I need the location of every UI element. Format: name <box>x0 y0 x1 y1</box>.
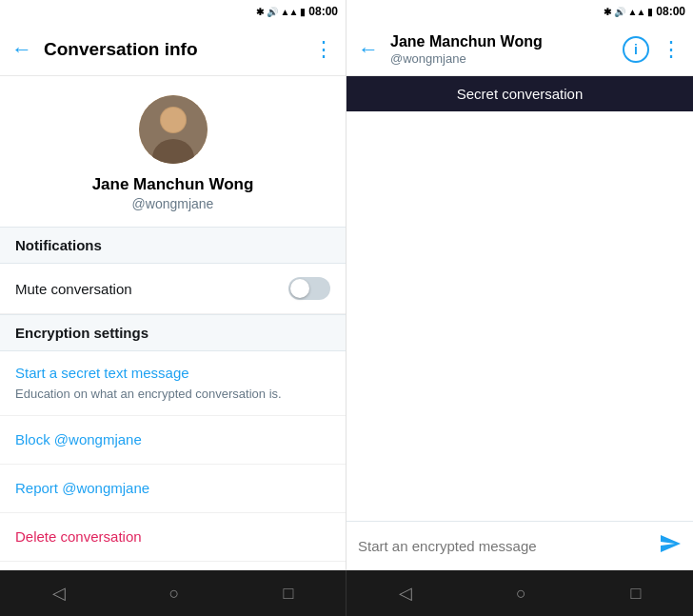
left-nav-home-button[interactable]: ○ <box>150 576 199 611</box>
send-icon <box>659 532 682 555</box>
mute-conversation-label: Mute conversation <box>15 281 132 297</box>
wifi-icon: 🔊 <box>267 7 278 17</box>
chat-area <box>346 111 693 521</box>
block-user-label[interactable]: Block @wongmjane <box>15 431 142 447</box>
block-user-item[interactable]: Block @wongmjane <box>0 416 346 465</box>
info-button[interactable]: i <box>623 36 649 63</box>
right-bluetooth-icon: ✱ <box>604 7 611 17</box>
left-bottom-nav: ◁ ○ □ <box>0 570 346 616</box>
secret-conversation-banner: Secret conversation <box>346 76 693 111</box>
message-input[interactable] <box>358 538 651 554</box>
right-contact-name: Jane Manchun Wong <box>390 32 623 50</box>
profile-section: Jane Manchun Wong @wongmjane <box>0 76 346 227</box>
left-more-menu-button[interactable]: ⋮ <box>313 37 334 62</box>
mute-toggle[interactable] <box>288 277 330 300</box>
bottom-nav-bar: ◁ ○ □ ◁ ○ □ <box>0 570 693 616</box>
avatar <box>139 95 208 164</box>
mute-conversation-item[interactable]: Mute conversation <box>0 264 346 314</box>
send-button[interactable] <box>659 532 682 561</box>
signal-icon: ▲▲ <box>281 7 298 17</box>
toggle-thumb <box>290 279 309 298</box>
left-header: ← Conversation info ⋮ <box>0 23 346 76</box>
avatar-image <box>139 95 208 164</box>
right-header: ← Jane Manchun Wong @wongmjane i ⋮ <box>346 23 693 76</box>
conversation-info-title: Conversation info <box>44 39 313 60</box>
left-back-button[interactable]: ← <box>11 37 32 62</box>
right-status-time: 08:00 <box>656 5 685 18</box>
right-contact-handle: @wongmjane <box>390 51 623 66</box>
left-nav-recents-button[interactable]: □ <box>265 576 313 611</box>
start-secret-message-desc: Education on what an encrypted conversat… <box>15 387 282 401</box>
right-panel: ← Jane Manchun Wong @wongmjane i ⋮ Secre… <box>346 23 693 570</box>
encryption-section-header: Encryption settings <box>0 314 346 351</box>
profile-handle: @wongmjane <box>132 196 214 211</box>
left-status-bar: ✱ 🔊 ▲▲ ▮ 08:00 <box>0 0 346 23</box>
right-nav-recents-button[interactable]: □ <box>611 576 660 611</box>
start-secret-message-item[interactable]: Start a secret text message Education on… <box>0 351 346 416</box>
right-signal-icon: ▲▲ <box>628 7 645 17</box>
bluetooth-icon: ✱ <box>256 7 264 17</box>
left-panel: ← Conversation info ⋮ Jane Manchun Wong … <box>0 23 346 570</box>
right-back-button[interactable]: ← <box>358 37 379 62</box>
start-secret-message-link[interactable]: Start a secret text message <box>15 365 330 381</box>
right-bottom-nav: ◁ ○ □ <box>346 570 693 616</box>
right-nav-home-button[interactable]: ○ <box>497 576 545 611</box>
delete-conversation-item[interactable]: Delete conversation <box>0 513 346 562</box>
left-nav-back-button[interactable]: ◁ <box>33 575 85 611</box>
right-status-bar: ✱ 🔊 ▲▲ ▮ 08:00 <box>346 0 693 23</box>
message-input-area <box>346 521 693 570</box>
svg-point-3 <box>161 108 186 132</box>
right-header-info: Jane Manchun Wong @wongmjane <box>390 32 623 65</box>
right-battery-icon: ▮ <box>647 7 653 17</box>
report-user-item[interactable]: Report @wongmjane <box>0 465 346 513</box>
notifications-section-header: Notifications <box>0 227 346 264</box>
right-header-actions: i ⋮ <box>623 36 682 63</box>
right-wifi-icon: 🔊 <box>614 7 625 17</box>
battery-icon: ▮ <box>300 7 306 17</box>
right-more-menu-button[interactable]: ⋮ <box>661 37 682 62</box>
right-nav-back-button[interactable]: ◁ <box>380 575 431 611</box>
profile-name: Jane Manchun Wong <box>92 175 254 194</box>
left-status-time: 08:00 <box>308 5 338 18</box>
report-user-label[interactable]: Report @wongmjane <box>15 480 149 496</box>
delete-conversation-label[interactable]: Delete conversation <box>15 528 142 545</box>
